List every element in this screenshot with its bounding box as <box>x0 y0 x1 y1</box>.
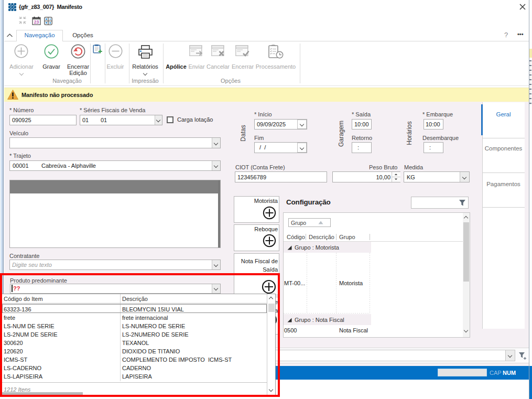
svg-text:23: 23 <box>34 19 39 25</box>
